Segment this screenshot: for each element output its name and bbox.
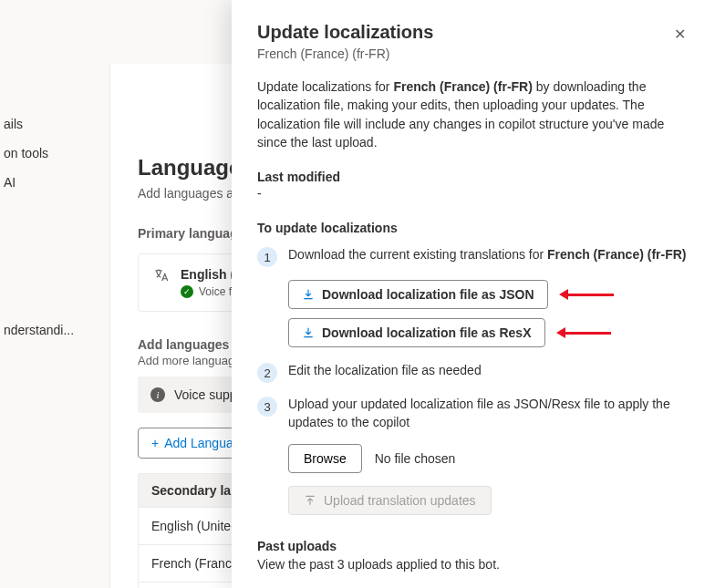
no-file-label: No file chosen	[375, 451, 456, 466]
nav-item[interactable]: ails	[0, 109, 109, 139]
annotation-arrow	[559, 292, 614, 297]
add-language-button[interactable]: + Add Langua	[138, 428, 247, 459]
panel-title: Update localizations	[257, 22, 433, 43]
upload-icon	[304, 494, 316, 507]
upload-button-disabled: Upload translation updates	[288, 486, 492, 515]
nav-item[interactable]: AI	[0, 168, 109, 197]
download-json-label: Download localization file as JSON	[322, 287, 534, 302]
step-2: 2 Edit the localization file as needed	[257, 362, 689, 383]
nav-item[interactable]: on tools	[0, 139, 109, 168]
nav-item[interactable]: nderstandi...	[0, 315, 109, 345]
update-localizations-panel: Update localizations French (France) (fr…	[232, 0, 715, 588]
annotation-arrow	[556, 330, 611, 335]
close-icon[interactable]: ✕	[670, 22, 689, 46]
browse-button[interactable]: Browse	[288, 444, 362, 473]
language-icon	[153, 267, 170, 298]
step-1: 1 Download the current existing translat…	[257, 246, 689, 267]
step-3: 3 Upload your updated localization file …	[257, 396, 689, 431]
past-uploads-sub: View the past 3 uploads applied to this …	[257, 557, 689, 572]
step-number: 2	[257, 363, 277, 383]
to-update-heading: To update localizations	[257, 221, 689, 235]
panel-description: Update localizations for French (France)…	[257, 77, 689, 151]
check-icon: ✓	[181, 285, 193, 298]
add-language-label: Add Langua	[164, 436, 233, 450]
info-icon: i	[150, 387, 165, 402]
left-nav: ails on tools AI nderstandi...	[0, 0, 109, 588]
download-icon	[302, 288, 315, 301]
download-resx-label: Download localization file as ResX	[322, 325, 532, 340]
panel-subtitle: French (France) (fr-FR)	[257, 46, 433, 61]
step-number: 1	[257, 247, 277, 267]
download-icon	[302, 326, 315, 339]
upload-label: Upload translation updates	[324, 493, 476, 508]
plus-icon: +	[151, 436, 159, 450]
download-resx-button[interactable]: Download localization file as ResX	[288, 318, 545, 347]
past-uploads-heading: Past uploads	[257, 539, 689, 553]
step-number: 3	[257, 397, 277, 417]
last-modified-heading: Last modified	[257, 170, 689, 184]
last-modified-value: -	[257, 186, 689, 201]
download-json-button[interactable]: Download localization file as JSON	[288, 280, 548, 309]
